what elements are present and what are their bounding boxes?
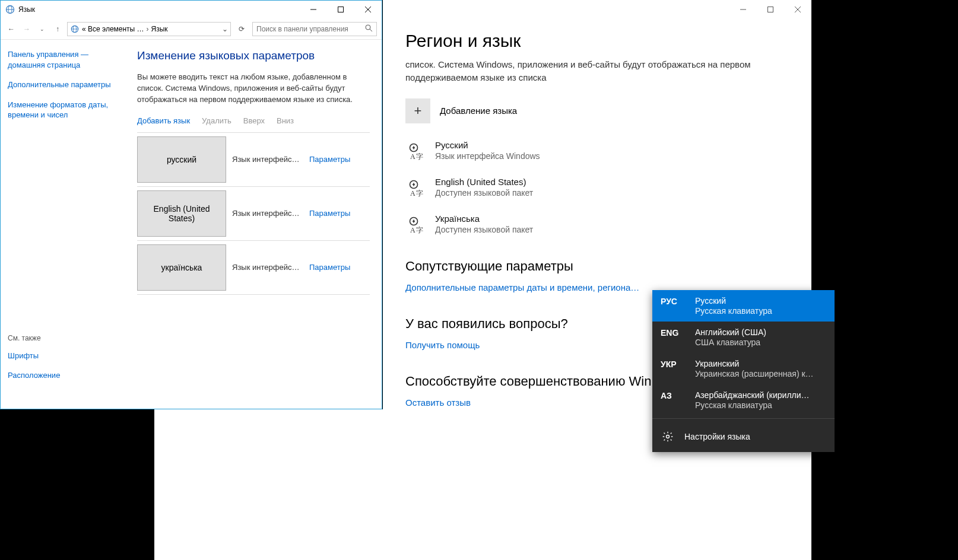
maximize-button[interactable]	[757, 0, 784, 19]
svg-text:A: A	[410, 226, 415, 234]
language-params-link[interactable]: Параметры	[309, 155, 350, 164]
flyout-lang-code: АЗ	[661, 390, 687, 400]
language-name: English (United States)	[435, 177, 533, 187]
search-input[interactable]	[256, 25, 365, 33]
flyout-keyboard-name: Русская клавиатура	[695, 400, 826, 410]
language-item[interactable]: A 字 English (United States) Доступен язы…	[405, 177, 789, 198]
maximize-button[interactable]	[327, 1, 354, 18]
language-row[interactable]: русский Язык интерфейса … Параметры	[137, 132, 370, 186]
back-button[interactable]: ←	[5, 25, 17, 33]
control-panel-window: Язык ← → ⌄ ↑ « Все элементы … › Язык ⌄ ⟳	[0, 0, 382, 409]
cp-titlebar: Язык	[1, 1, 382, 18]
cp-main: Изменение языковых параметров Вы можете …	[131, 40, 382, 409]
settings-description: список. Система Windows, приложения и ве…	[405, 58, 789, 84]
breadcrumb-prefix: « Все элементы …	[82, 25, 144, 33]
settings-heading: Регион и язык	[405, 31, 789, 51]
add-language-button[interactable]: + Добавление языка	[405, 98, 789, 123]
breadcrumb-current: Язык	[151, 25, 168, 33]
language-tile[interactable]: русский	[137, 136, 226, 183]
svg-line-30	[370, 29, 372, 31]
breadcrumb[interactable]: « Все элементы … › Язык ⌄	[67, 22, 231, 36]
language-desc: Язык интерфейса …	[226, 155, 309, 164]
svg-rect-23	[338, 7, 344, 12]
cp-description: Вы можете вводить текст на любом языке, …	[137, 72, 370, 106]
flyout-lang-code: УКР	[661, 359, 687, 369]
chevron-right-icon: ›	[147, 25, 149, 33]
language-icon: A 字	[405, 178, 426, 198]
flyout-lang-name: Украинский	[695, 359, 826, 368]
svg-text:字: 字	[416, 189, 423, 198]
flyout-keyboard-name: Русская клавиатура	[695, 306, 826, 316]
svg-rect-1	[768, 7, 773, 12]
language-subtitle: Доступен языковой пакет	[435, 225, 533, 234]
flyout-settings-button[interactable]: Настройки языка	[652, 421, 835, 452]
flyout-keyboard-name: США клавиатура	[695, 338, 826, 347]
white-fill-area	[154, 409, 383, 560]
flyout-language-item[interactable]: РУС Русский Русская клавиатура	[652, 290, 835, 322]
add-language-label: Добавление языка	[440, 106, 517, 116]
forward-button[interactable]: →	[21, 25, 33, 33]
globe-icon	[5, 5, 15, 14]
language-tile[interactable]: English (United States)	[137, 190, 226, 237]
sidebar-link-location[interactable]: Расположение	[8, 370, 124, 381]
flyout-language-item[interactable]: ENG Английский (США) США клавиатура	[652, 322, 835, 353]
settings-titlebar	[383, 0, 811, 19]
related-heading: Сопутствующие параметры	[405, 259, 789, 274]
svg-text:A: A	[410, 152, 415, 161]
language-item[interactable]: A 字 Українська Доступен языковой пакет	[405, 214, 789, 235]
flyout-lang-code: ENG	[661, 327, 687, 338]
svg-point-29	[366, 25, 370, 30]
close-button[interactable]	[354, 1, 382, 18]
separator	[652, 418, 835, 419]
language-icon: A 字	[405, 141, 426, 161]
gear-icon	[661, 429, 675, 444]
language-name: Українська	[435, 214, 533, 224]
language-row[interactable]: English (United States) Язык интерфейса …	[137, 186, 370, 240]
flyout-lang-name: Азербайджанский (кирилли…	[695, 390, 826, 400]
sidebar-link-home[interactable]: Панель управления — домашняя страница	[8, 49, 124, 70]
up-button[interactable]: ↑	[52, 25, 64, 33]
toolbar-down[interactable]: Вниз	[277, 116, 294, 125]
svg-point-31	[667, 435, 670, 438]
language-row[interactable]: українська Язык интерфейса … Параметры	[137, 240, 370, 295]
close-button[interactable]	[784, 0, 811, 19]
toolbar-add[interactable]: Добавить язык	[137, 116, 190, 125]
svg-text:字: 字	[416, 152, 423, 161]
cp-sidebar: Панель управления — домашняя страница До…	[1, 40, 131, 409]
refresh-button[interactable]: ⟳	[234, 22, 249, 36]
plus-icon: +	[405, 98, 430, 123]
language-item[interactable]: A 字 Русский Язык интерфейса Windows	[405, 140, 789, 161]
globe-icon	[70, 24, 80, 34]
flyout-lang-name: Русский	[695, 296, 826, 306]
minimize-button[interactable]	[300, 1, 327, 18]
flyout-keyboard-name: Украинская (расширенная) к…	[695, 369, 826, 378]
cp-toolbar: Добавить язык Удалить Вверх Вниз	[137, 116, 370, 125]
recent-dropdown[interactable]: ⌄	[36, 26, 48, 32]
toolbar-up[interactable]: Вверх	[243, 116, 265, 125]
flyout-language-item[interactable]: АЗ Азербайджанский (кирилли… Русская кла…	[652, 384, 835, 416]
sidebar-link-formats[interactable]: Изменение форматов даты, времени и чисел	[8, 100, 124, 120]
language-tile[interactable]: українська	[137, 244, 226, 291]
svg-text:A: A	[410, 189, 415, 198]
flyout-lang-code: РУС	[661, 296, 687, 306]
cp-addressbar: ← → ⌄ ↑ « Все элементы … › Язык ⌄ ⟳	[1, 18, 382, 40]
flyout-language-item[interactable]: УКР Украинский Украинская (расширенная) …	[652, 353, 835, 384]
right-black-area	[811, 0, 958, 560]
language-params-link[interactable]: Параметры	[309, 209, 350, 218]
language-subtitle: Язык интерфейса Windows	[435, 151, 540, 161]
cp-heading: Изменение языковых параметров	[137, 49, 370, 62]
language-subtitle: Доступен языковой пакет	[435, 188, 533, 198]
bottom-black-area	[0, 409, 154, 560]
settings-window: Регион и язык список. Система Windows, п…	[383, 0, 811, 560]
sidebar-link-fonts[interactable]: Шрифты	[8, 351, 124, 361]
language-name: Русский	[435, 140, 540, 150]
language-flyout: РУС Русский Русская клавиатура ENG Англи…	[652, 290, 835, 452]
search-box[interactable]	[252, 22, 377, 36]
svg-text:字: 字	[416, 226, 423, 234]
minimize-button[interactable]	[729, 0, 757, 19]
search-icon	[365, 24, 373, 34]
sidebar-link-advanced[interactable]: Дополнительные параметры	[8, 79, 124, 90]
toolbar-remove[interactable]: Удалить	[202, 116, 231, 125]
chevron-down-icon[interactable]: ⌄	[222, 25, 228, 33]
language-params-link[interactable]: Параметры	[309, 263, 350, 272]
